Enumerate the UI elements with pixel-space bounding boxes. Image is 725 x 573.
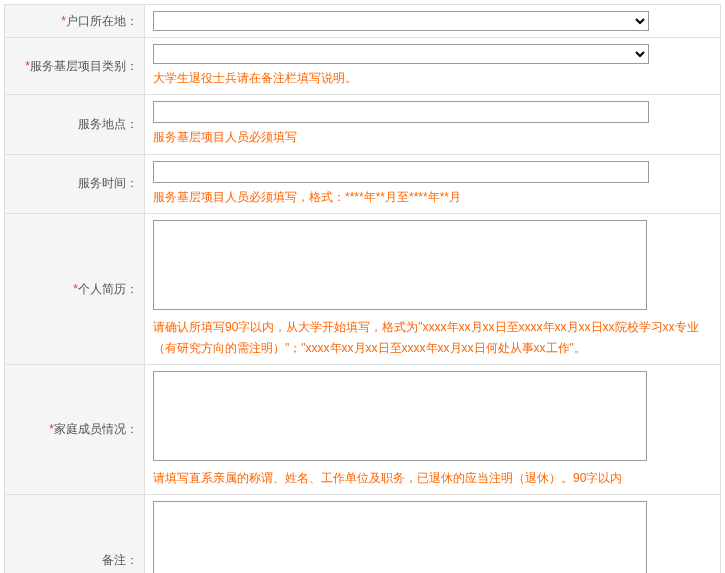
hint-resume: 请确认所填写90字以内，从大学开始填写，格式为"xxxx年xx月xx日至xxxx… — [153, 317, 712, 358]
cell-family: 请填写直系亲属的称谓、姓名、工作单位及职务，已退休的应当注明（退休）。90字以内 — [145, 364, 721, 494]
time-input[interactable] — [153, 161, 649, 183]
location-input[interactable] — [153, 101, 649, 123]
hint-family: 请填写直系亲属的称谓、姓名、工作单位及职务，已退休的应当注明（退休）。90字以内 — [153, 468, 712, 488]
family-textarea[interactable] — [153, 371, 647, 461]
cell-hukou — [145, 5, 721, 38]
row-location: 服务地点： 服务基层项目人员必须填写 — [5, 95, 721, 154]
label-family: *家庭成员情况： — [5, 364, 145, 494]
label-text: 服务基层项目类别： — [30, 59, 138, 73]
cell-resume: 请确认所填写90字以内，从大学开始填写，格式为"xxxx年xx月xx日至xxxx… — [145, 214, 721, 365]
row-family: *家庭成员情况： 请填写直系亲属的称谓、姓名、工作单位及职务，已退休的应当注明（… — [5, 364, 721, 494]
row-remark: 备注： 报考岗位的其他条件要求，请在备注中注明。 — [5, 495, 721, 573]
remark-textarea[interactable] — [153, 501, 647, 573]
hint-time: 服务基层项目人员必须填写，格式：****年**月至****年**月 — [153, 187, 712, 207]
row-category: *服务基层项目类别： 大学生退役士兵请在备注栏填写说明。 — [5, 38, 721, 95]
label-remark: 备注： — [5, 495, 145, 573]
label-location: 服务地点： — [5, 95, 145, 154]
label-text: 服务时间： — [78, 176, 138, 190]
cell-remark: 报考岗位的其他条件要求，请在备注中注明。 — [145, 495, 721, 573]
row-hukou: *户口所在地： — [5, 5, 721, 38]
label-text: 个人简历： — [78, 282, 138, 296]
label-text: 服务地点： — [78, 117, 138, 131]
label-time: 服务时间： — [5, 154, 145, 213]
hukou-select[interactable] — [153, 11, 649, 31]
cell-category: 大学生退役士兵请在备注栏填写说明。 — [145, 38, 721, 95]
label-resume: *个人简历： — [5, 214, 145, 365]
resume-textarea[interactable] — [153, 220, 647, 310]
form-table: *户口所在地： *服务基层项目类别： 大学生退役士兵请在备注栏填写说明。 服务地… — [4, 4, 721, 573]
row-resume: *个人简历： 请确认所填写90字以内，从大学开始填写，格式为"xxxx年xx月x… — [5, 214, 721, 365]
hint-location: 服务基层项目人员必须填写 — [153, 127, 712, 147]
cell-location: 服务基层项目人员必须填写 — [145, 95, 721, 154]
row-time: 服务时间： 服务基层项目人员必须填写，格式：****年**月至****年**月 — [5, 154, 721, 213]
label-text: 家庭成员情况： — [54, 422, 138, 436]
category-select[interactable] — [153, 44, 649, 64]
label-text: 户口所在地： — [66, 14, 138, 28]
hint-category: 大学生退役士兵请在备注栏填写说明。 — [153, 68, 712, 88]
cell-time: 服务基层项目人员必须填写，格式：****年**月至****年**月 — [145, 154, 721, 213]
label-hukou: *户口所在地： — [5, 5, 145, 38]
label-text: 备注： — [102, 553, 138, 567]
label-category: *服务基层项目类别： — [5, 38, 145, 95]
